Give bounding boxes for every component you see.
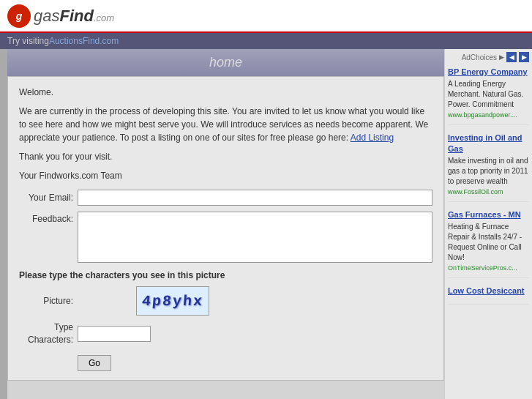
home-header-bar: home	[7, 49, 444, 76]
captcha-text: 4p8yhx	[141, 293, 204, 310]
right-sidebar: AdChoices ▶ ◀ ▶ BP Energy Company A Lead…	[444, 49, 532, 399]
ad-url-1: www.bpgasandpower....	[448, 111, 529, 119]
ad-title-4[interactable]: Low Cost Desiccant	[448, 286, 529, 296]
ad-desc-3: Heating & Furnace Repair & Installs 24/7…	[448, 222, 529, 263]
feedback-textarea[interactable]	[78, 212, 432, 263]
team-text: Your Findworks.com Team	[19, 169, 432, 182]
ad-item-4: Low Cost Desiccant	[448, 286, 529, 305]
ad-choices-triangle: ▶	[499, 53, 504, 61]
header: g gasFind.com	[0, 0, 532, 33]
type-characters-row: Type Characters:	[19, 321, 432, 346]
submit-button[interactable]: Go	[78, 355, 111, 371]
page-title: home	[13, 55, 438, 70]
type-characters-label: Type Characters:	[19, 321, 78, 346]
email-input[interactable]	[78, 190, 432, 206]
form-section: Your Email: Feedback:	[19, 190, 432, 263]
left-sidebar	[0, 49, 7, 399]
picture-label: Picture:	[19, 296, 78, 306]
logo-gas: gas	[34, 7, 59, 25]
captcha-image: 4p8yhx	[136, 286, 209, 316]
content-box: Welome. We are currently in the process …	[7, 76, 444, 381]
svg-text:g: g	[15, 10, 23, 22]
captcha-title: Please type the characters you see in th…	[19, 270, 432, 280]
feedback-label: Feedback:	[19, 212, 78, 224]
center-content: home Welome. We are currently in the pro…	[7, 49, 444, 399]
thank-you-text: Thank you for your visit.	[19, 150, 432, 163]
ad-url-3: OnTimeServicePros.c...	[448, 264, 529, 272]
nav-auctions-link[interactable]: AuctionsFind.com	[49, 36, 119, 46]
body-text: We are currently in the process of devel…	[19, 105, 432, 144]
logo-area: g gasFind.com	[7, 4, 114, 28]
logo-text: gasFind.com	[34, 7, 114, 26]
main-layout: home Welome. We are currently in the pro…	[0, 49, 532, 399]
email-label: Your Email:	[19, 193, 78, 203]
ad-next-button[interactable]: ▶	[519, 52, 529, 62]
welcome-line: Welome.	[19, 86, 432, 99]
ad-title-2[interactable]: Investing in Oil and Gas	[448, 133, 529, 154]
email-row: Your Email:	[19, 190, 432, 206]
ad-choices-bar: AdChoices ▶ ◀ ▶	[448, 52, 529, 62]
captcha-section: Please type the characters you see in th…	[19, 270, 432, 371]
add-listing-link[interactable]: Add Listing	[351, 133, 394, 143]
ad-title-1[interactable]: BP Energy Company	[448, 67, 529, 77]
captcha-input[interactable]	[78, 326, 151, 342]
ad-item-2: Investing in Oil and Gas Make investing …	[448, 133, 529, 202]
ad-title-3[interactable]: Gas Furnaces - MN	[448, 209, 529, 220]
logo-find: Find	[59, 7, 93, 25]
ad-desc-2: Make investing in oil and gas a top prio…	[448, 156, 529, 187]
ad-url-2: www.FossilOil.com	[448, 188, 529, 195]
nav-bar: Try visiting AuctionsFind.com	[0, 33, 532, 49]
picture-row: Picture: 4p8yhx	[19, 286, 432, 316]
ad-item-3: Gas Furnaces - MN Heating & Furnace Repa…	[448, 209, 529, 278]
logo-com: .com	[94, 12, 114, 23]
ad-item-1: BP Energy Company A Leading Energy Merch…	[448, 67, 529, 125]
ad-desc-1: A Leading Energy Merchant. Natural Gas. …	[448, 79, 529, 110]
nav-try-text: Try visiting	[7, 36, 49, 46]
feedback-row: Feedback:	[19, 212, 432, 263]
ad-choices-label: AdChoices	[462, 53, 497, 61]
ad-prev-button[interactable]: ◀	[506, 52, 517, 62]
logo-icon: g	[7, 4, 31, 28]
